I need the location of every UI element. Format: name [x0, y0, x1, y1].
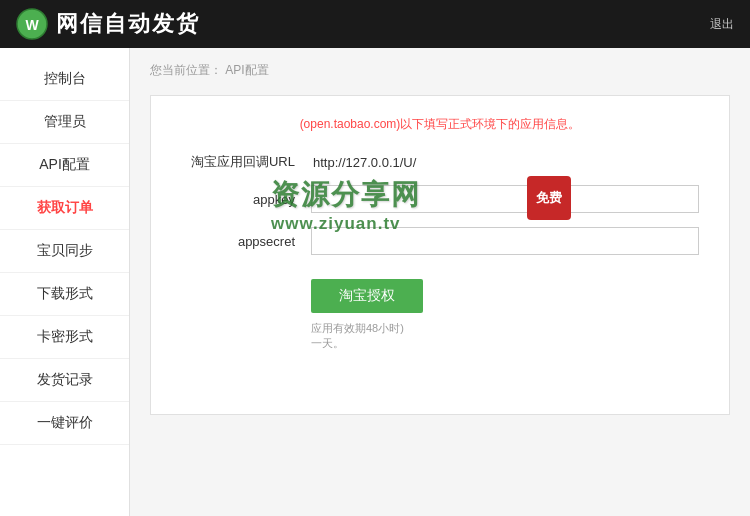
- breadcrumb: 您当前位置： API配置: [150, 62, 730, 79]
- sidebar-item-get-orders[interactable]: 获取订单: [0, 187, 129, 230]
- app-title: 网信自动发货: [56, 9, 200, 39]
- auth-note: 应用有效期48小时) 一天。: [311, 321, 699, 351]
- sidebar-item-api-config[interactable]: API配置: [0, 144, 129, 187]
- content-area: 您当前位置： API配置 (open.taobao.com)以下填写正式环境下的…: [130, 48, 750, 516]
- logout-button[interactable]: 退出: [710, 16, 734, 33]
- sidebar-item-sync-items[interactable]: 宝贝同步: [0, 230, 129, 273]
- sidebar-item-admin[interactable]: 管理员: [0, 101, 129, 144]
- auth-note-line2: 一天。: [311, 337, 344, 349]
- sidebar-item-one-review[interactable]: 一键评价: [0, 402, 129, 445]
- logo-area: W 网信自动发货: [16, 8, 200, 40]
- sidebar-item-shipping-records[interactable]: 发货记录: [0, 359, 129, 402]
- sidebar-item-card-format[interactable]: 卡密形式: [0, 316, 129, 359]
- sidebar-item-download-format[interactable]: 下载形式: [0, 273, 129, 316]
- sidebar-item-dashboard[interactable]: 控制台: [0, 58, 129, 101]
- sidebar: 控制台 管理员 API配置 获取订单 宝贝同步 下载形式 卡密形式 发货记录 一…: [0, 48, 130, 516]
- appsecret-label: appsecret: [181, 234, 311, 249]
- appkey-row: appkey: [181, 185, 699, 213]
- header: W 网信自动发货 退出: [0, 0, 750, 48]
- appkey-input[interactable]: [311, 185, 699, 213]
- callback-url-row: 淘宝应用回调URL http://127.0.0.1/U/: [181, 153, 699, 171]
- appsecret-row: appsecret: [181, 227, 699, 255]
- appsecret-input[interactable]: [311, 227, 699, 255]
- taobao-auth-button[interactable]: 淘宝授权: [311, 279, 423, 313]
- callback-url-value: http://127.0.0.1/U/: [311, 155, 699, 170]
- appkey-label: appkey: [181, 192, 311, 207]
- breadcrumb-current: API配置: [225, 63, 268, 77]
- main-layout: 控制台 管理员 API配置 获取订单 宝贝同步 下载形式 卡密形式 发货记录 一…: [0, 48, 750, 516]
- svg-text:W: W: [25, 17, 39, 33]
- warning-text: (open.taobao.com)以下填写正式环境下的应用信息。: [181, 116, 699, 133]
- callback-url-label: 淘宝应用回调URL: [181, 153, 311, 171]
- auth-note-line1: 应用有效期48小时): [311, 322, 404, 334]
- breadcrumb-prefix: 您当前位置：: [150, 63, 222, 77]
- logo-icon: W: [16, 8, 48, 40]
- form-box: (open.taobao.com)以下填写正式环境下的应用信息。 淘宝应用回调U…: [150, 95, 730, 415]
